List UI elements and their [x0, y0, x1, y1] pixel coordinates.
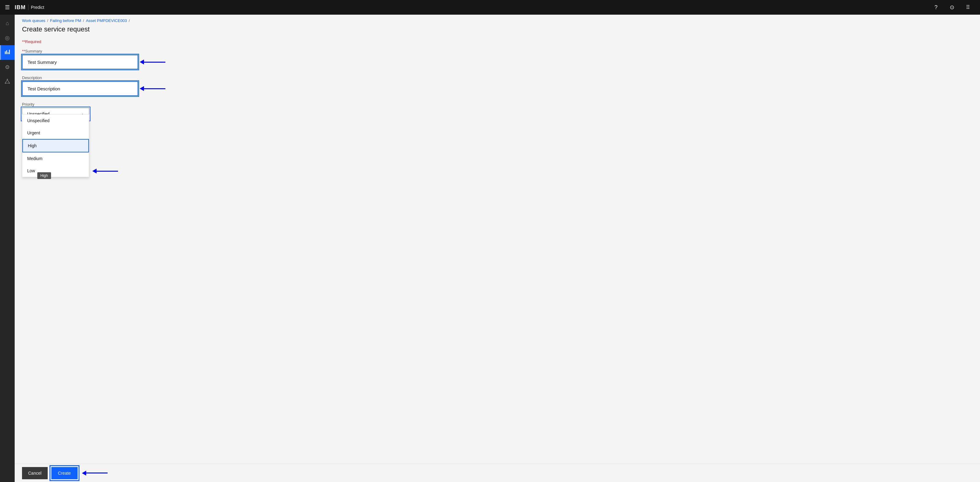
breadcrumb-work-queues[interactable]: Work queues	[22, 18, 45, 23]
svg-rect-3	[9, 49, 10, 54]
home-icon: ⌂	[6, 20, 9, 27]
create-arrow-annotation	[82, 471, 108, 476]
svg-rect-2	[8, 52, 8, 54]
description-label: Description	[22, 75, 973, 80]
svg-point-6	[9, 82, 10, 84]
hamburger-menu-icon[interactable]: ☰	[5, 4, 10, 11]
help-button[interactable]: ?	[929, 0, 943, 15]
priority-option-urgent[interactable]: Urgent	[22, 127, 89, 139]
summary-group: **Summary	[22, 49, 973, 69]
ibm-logo: IBM	[15, 4, 25, 11]
priority-dropdown-menu: Unspecified Urgent High Medium Low	[22, 114, 89, 177]
main-content: Work queues / Failing before PM / Asset …	[15, 15, 980, 482]
description-input[interactable]	[22, 81, 138, 96]
apps-grid-icon: ⠿	[966, 4, 970, 11]
summary-input[interactable]	[22, 55, 138, 69]
user-icon: ⊙	[950, 4, 955, 11]
network-icon	[5, 79, 10, 86]
breadcrumb-asset[interactable]: Asset PMPDEVICE003	[86, 18, 127, 23]
priority-group: Priority Unspecified Unspecified Urgent …	[22, 102, 973, 120]
svg-line-8	[7, 80, 9, 82]
priority-label: Priority	[22, 102, 973, 106]
create-button[interactable]: Create	[51, 467, 78, 479]
brand: IBM Predict	[15, 4, 45, 11]
breadcrumb-sep-3: /	[129, 19, 130, 23]
sidebar-item-location[interactable]: ◎	[0, 30, 15, 45]
top-navigation: ☰ IBM Predict ? ⊙ ⠿	[0, 0, 980, 15]
cancel-button[interactable]: Cancel	[22, 467, 48, 479]
svg-point-4	[7, 79, 8, 80]
breadcrumb-failing-before-pm[interactable]: Failing before PM	[50, 18, 81, 23]
analytics-icon	[5, 49, 10, 56]
priority-option-high[interactable]: High	[22, 139, 89, 152]
topnav-icons: ? ⊙ ⠿	[929, 0, 975, 15]
high-arrow-annotation	[92, 169, 118, 173]
description-group: Description	[22, 75, 973, 96]
action-bar: Cancel Create	[15, 464, 980, 482]
sidebar: ⌂ ◎ ⚙	[0, 15, 15, 482]
help-icon: ?	[934, 4, 937, 11]
svg-rect-1	[6, 50, 7, 54]
brand-divider	[28, 5, 29, 10]
settings-icon: ⚙	[5, 64, 10, 71]
summary-label: **Summary	[22, 49, 973, 54]
sidebar-item-network[interactable]	[0, 75, 15, 89]
product-name: Predict	[31, 5, 45, 10]
summary-arrow-annotation	[140, 60, 165, 65]
breadcrumb-sep-2: /	[83, 19, 84, 23]
priority-option-medium[interactable]: Medium	[22, 152, 89, 165]
breadcrumb-sep-1: /	[47, 19, 48, 23]
sidebar-item-analytics[interactable]	[0, 45, 15, 60]
breadcrumb: Work queues / Failing before PM / Asset …	[15, 15, 980, 24]
sidebar-item-home[interactable]: ⌂	[0, 16, 15, 30]
svg-line-7	[5, 80, 7, 82]
location-icon: ◎	[5, 35, 10, 41]
user-profile-button[interactable]: ⊙	[945, 0, 959, 15]
sidebar-item-settings[interactable]: ⚙	[0, 60, 15, 75]
priority-option-low[interactable]: Low	[22, 165, 89, 177]
description-arrow-annotation	[140, 86, 165, 91]
form-area: **Required **Summary Description	[15, 40, 980, 464]
page-title: Create service request	[15, 24, 980, 40]
required-note: **Required	[22, 40, 973, 44]
svg-point-5	[5, 82, 6, 84]
svg-rect-0	[5, 51, 6, 54]
priority-option-unspecified[interactable]: Unspecified	[22, 114, 89, 127]
apps-button[interactable]: ⠿	[961, 0, 975, 15]
